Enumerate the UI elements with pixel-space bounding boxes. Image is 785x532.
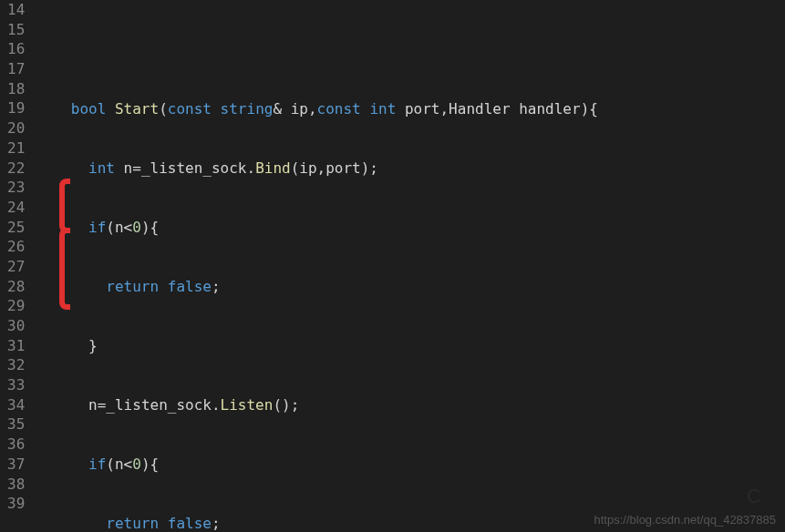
- line-number: 39: [7, 494, 25, 514]
- line-number: 21: [7, 138, 25, 159]
- fold-marker-icon: [59, 228, 70, 310]
- line-number: 36: [7, 435, 25, 455]
- line-number: 29: [7, 296, 25, 316]
- fold-marker-icon: [59, 179, 70, 233]
- line-number: 16: [7, 39, 25, 59]
- line-number: 33: [7, 375, 25, 395]
- line-number: 14: [7, 0, 25, 20]
- code-line: bool Start(const string& ip,const int po…: [36, 99, 785, 119]
- code-line: }: [36, 336, 785, 356]
- line-number: 19: [7, 98, 25, 118]
- code-line: if(n<0){: [36, 218, 785, 238]
- line-number: 24: [7, 198, 25, 218]
- line-number: 23: [7, 178, 25, 198]
- line-number: 18: [7, 79, 25, 99]
- code-line: n=_listen_sock.Listen();: [36, 395, 785, 415]
- code-line: if(n<0){: [36, 455, 785, 475]
- watermark-text: https://blog.csdn.net/qq_42837885: [594, 513, 777, 527]
- line-number: 28: [7, 277, 25, 297]
- code-line: int n=_listen_sock.Bind(ip,port);: [36, 159, 785, 179]
- line-number: 17: [7, 59, 25, 79]
- line-gutter: 1415161718192021222324252627282930313233…: [0, 0, 36, 532]
- line-number: 32: [7, 355, 25, 375]
- line-number: 34: [7, 395, 25, 415]
- line-number: 31: [7, 336, 25, 356]
- line-number: 37: [7, 455, 25, 475]
- line-number: 35: [7, 414, 25, 435]
- line-number: 25: [7, 218, 25, 238]
- code-area[interactable]: bool Start(const string& ip,const int po…: [36, 0, 785, 532]
- watermark-icon: C: [747, 485, 761, 508]
- line-number: 22: [7, 159, 25, 179]
- line-number: 15: [7, 20, 25, 40]
- line-number: 27: [7, 257, 25, 277]
- line-number: 26: [7, 237, 25, 257]
- line-number: 30: [7, 316, 25, 336]
- line-number: 38: [7, 475, 25, 495]
- line-number: 20: [7, 118, 25, 138]
- code-editor[interactable]: 1415161718192021222324252627282930313233…: [0, 0, 785, 532]
- code-line: return false;: [36, 277, 785, 297]
